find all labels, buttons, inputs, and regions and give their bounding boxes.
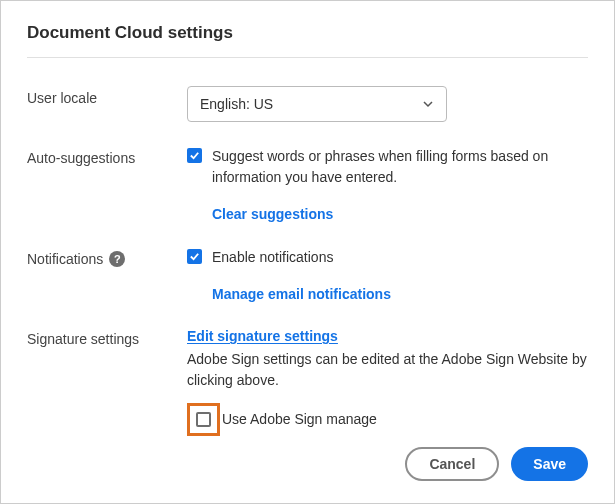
signature-settings-label: Signature settings [27, 327, 187, 347]
notifications-label: Notifications [27, 251, 103, 267]
adobe-sign-checkbox[interactable] [196, 412, 211, 427]
user-locale-row: User locale English: US [27, 86, 588, 122]
signature-settings-row: Signature settings Edit signature settin… [27, 327, 588, 436]
save-button[interactable]: Save [511, 447, 588, 481]
edit-signature-link[interactable]: Edit signature settings [187, 328, 338, 344]
enable-notifications-text: Enable notifications [212, 247, 333, 268]
divider [27, 57, 588, 58]
user-locale-value: English: US [200, 96, 273, 112]
check-icon [189, 150, 200, 161]
auto-suggestions-row: Auto-suggestions Suggest words or phrase… [27, 146, 588, 223]
user-locale-label: User locale [27, 86, 187, 106]
auto-suggestions-checkbox[interactable] [187, 148, 202, 163]
notifications-row: Notifications ? Enable notifications Man… [27, 247, 588, 303]
cancel-button[interactable]: Cancel [405, 447, 499, 481]
auto-suggestions-label: Auto-suggestions [27, 146, 187, 166]
signature-description: Adobe Sign settings can be edited at the… [187, 349, 588, 391]
user-locale-select[interactable]: English: US [187, 86, 447, 122]
adobe-sign-text: Use Adobe Sign manage [222, 409, 377, 430]
clear-suggestions-link[interactable]: Clear suggestions [212, 206, 333, 222]
check-icon [189, 251, 200, 262]
manage-notifications-link[interactable]: Manage email notifications [212, 286, 391, 302]
auto-suggestions-description: Suggest words or phrases when filling fo… [212, 146, 588, 188]
help-icon[interactable]: ? [109, 251, 125, 267]
notifications-checkbox[interactable] [187, 249, 202, 264]
chevron-down-icon [422, 98, 434, 110]
highlight-box [187, 403, 220, 436]
page-title: Document Cloud settings [27, 23, 588, 43]
footer-buttons: Cancel Save [405, 447, 588, 481]
